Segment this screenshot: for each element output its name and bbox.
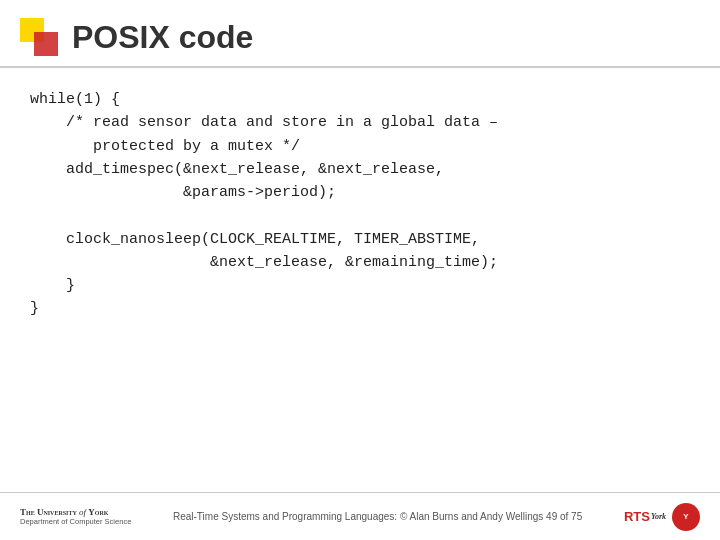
footer-university-of: of bbox=[79, 507, 88, 517]
slide-title: POSIX code bbox=[72, 19, 253, 56]
title-bar: POSIX code bbox=[0, 0, 720, 68]
title-accent bbox=[20, 18, 58, 56]
code-line-9: } bbox=[30, 277, 75, 294]
code-area: while(1) { /* read sensor data and store… bbox=[0, 68, 720, 331]
rts-logo-circle: Y bbox=[672, 503, 700, 531]
footer-department: Department of Computer Science bbox=[20, 517, 131, 526]
footer-copyright: Real-Time Systems and Programming Langua… bbox=[131, 511, 624, 522]
code-block: while(1) { /* read sensor data and store… bbox=[30, 88, 690, 321]
footer-left: The University of York Department of Com… bbox=[20, 507, 131, 526]
code-line-10: } bbox=[30, 300, 39, 317]
code-line-7: clock_nanosleep(CLOCK_REALTIME, TIMER_AB… bbox=[30, 231, 480, 248]
footer-york-name: York bbox=[88, 507, 108, 517]
code-line-5: &params->period); bbox=[30, 184, 336, 201]
rts-logo-text: RTSYork bbox=[624, 509, 666, 524]
footer-university-the: The University bbox=[20, 507, 77, 517]
code-line-8: &next_release, &remaining_time); bbox=[30, 254, 498, 271]
code-line-1: while(1) { bbox=[30, 91, 120, 108]
footer-university: The University of York bbox=[20, 507, 131, 517]
accent-red bbox=[34, 32, 58, 56]
rts-york-suffix: York bbox=[651, 512, 666, 521]
footer: The University of York Department of Com… bbox=[0, 492, 720, 540]
slide-container: POSIX code while(1) { /* read sensor dat… bbox=[0, 0, 720, 540]
code-line-3: protected by a mutex */ bbox=[30, 138, 300, 155]
code-line-4: add_timespec(&next_release, &next_releas… bbox=[30, 161, 444, 178]
rts-letters: RTS bbox=[624, 509, 650, 524]
rts-circle-text: Y bbox=[683, 512, 688, 521]
code-line-2: /* read sensor data and store in a globa… bbox=[30, 114, 498, 131]
footer-logo: RTSYork Y bbox=[624, 503, 700, 531]
